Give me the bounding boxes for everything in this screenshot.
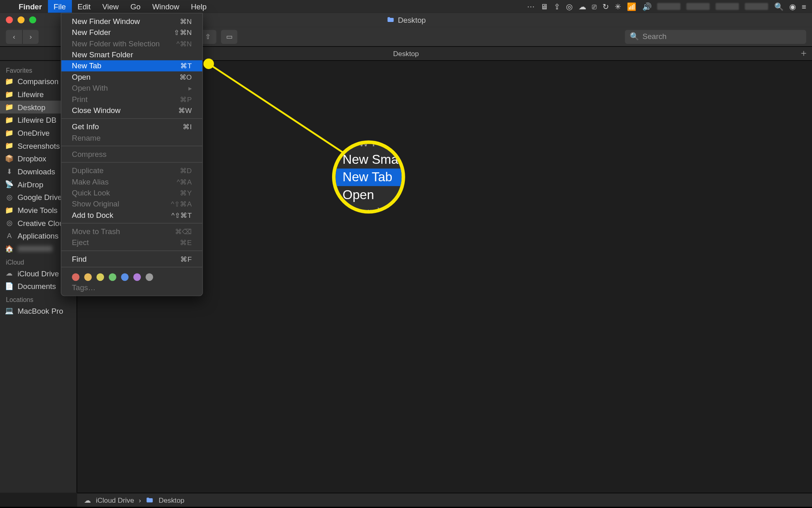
menu-item-label: New Finder Window (72, 17, 140, 26)
menu-item-label: Open With (72, 84, 108, 93)
pathbar[interactable]: ☁︎ iCloud Drive › Desktop (77, 493, 812, 507)
menu-item-close-window[interactable]: Close Window⌘W (61, 105, 202, 116)
menu-item-compress: Compress (61, 149, 202, 160)
menubar-right: ⋯🖥⇪◎☁︎⎚↻✳︎📶🔊🔍◉≡ (527, 2, 812, 11)
menu-item-label: New Folder with Selection (72, 39, 160, 48)
appname[interactable]: Finder (13, 2, 48, 11)
tab-desktop[interactable]: Desktop (393, 50, 419, 58)
sidebar-item-label: Comparison (17, 77, 58, 86)
menu-item-open[interactable]: Open⌘O (61, 72, 202, 82)
sidebar-item-macbook-pro[interactable]: 💻MacBook Pro (0, 304, 77, 317)
tags-button[interactable]: ▭ (221, 30, 237, 44)
menu-item-shortcut: ⌘O (179, 73, 192, 81)
status-icon[interactable]: ↻ (603, 2, 609, 11)
menu-item-new-finder-window[interactable]: New Finder Window⌘N (61, 16, 202, 27)
sidebar-item-icon: 📁 (5, 116, 14, 124)
menu-item-shortcut: ⌘T (180, 62, 192, 70)
traffic-lights[interactable] (0, 16, 36, 23)
menu-edit[interactable]: Edit (72, 0, 97, 13)
sidebar-item-label: AirDrop (17, 180, 43, 189)
menu-item-shortcut: ⇧⌘N (174, 28, 192, 37)
status-icon[interactable]: ✳︎ (615, 2, 621, 11)
status-icon[interactable]: 🖥 (540, 2, 548, 11)
minimize-icon[interactable] (17, 16, 24, 23)
status-icon[interactable]: ⎚ (592, 2, 597, 11)
path-seg-desktop[interactable]: Desktop (159, 496, 184, 504)
sidebar-item-icon: 📦 (5, 154, 14, 163)
menu-item-shortcut: ^⌘N (176, 39, 192, 48)
menu-item-show-original: Show Original^⇧⌘A (61, 198, 202, 209)
menu-item-open-with: Open With▸ (61, 82, 202, 93)
menu-item-label: Rename (72, 133, 101, 142)
callout-anchor-dot (203, 59, 214, 69)
sidebar-item-label: Creative Cloud (17, 219, 68, 228)
menu-go[interactable]: Go (125, 0, 147, 13)
menu-item-eject: Eject⌘E (61, 237, 202, 248)
menu-window[interactable]: Window (147, 0, 185, 13)
status-icon[interactable]: ⇪ (554, 2, 560, 11)
close-icon[interactable] (6, 16, 13, 23)
menu-item-label: Add to Dock (72, 211, 113, 219)
sidebar-item-icon: ◎ (5, 193, 14, 201)
file-menu-dropdown: New Finder Window⌘NNew Folder⇧⌘NNew Fold… (61, 13, 203, 296)
sidebar-item-label: Lifewire DB (17, 115, 56, 124)
menu-item-new-folder[interactable]: New Folder⇧⌘N (61, 27, 202, 38)
folder-icon (146, 496, 154, 504)
back-button[interactable]: ‹ (6, 30, 22, 44)
menu-item-label: New Tab (72, 61, 101, 70)
tag-dot[interactable] (72, 273, 80, 281)
menu-item-move-to-trash: Move to Trash⌘⌫ (61, 226, 202, 237)
menu-view[interactable]: View (97, 0, 125, 13)
status-icon[interactable]: ◉ (789, 2, 796, 11)
zoom-icon[interactable] (29, 16, 36, 23)
path-seg-icloud[interactable]: iCloud Drive (96, 496, 134, 504)
redacted-status (745, 3, 769, 10)
sidebar-item-icon: 📡 (5, 180, 14, 188)
new-tab-button[interactable]: ＋ (799, 48, 808, 60)
sidebar-item-icon: ⬇︎ (5, 167, 14, 176)
sidebar-item-icon: 💻 (5, 307, 14, 315)
menu-item-label: Get Info (72, 122, 99, 131)
tag-dot[interactable] (109, 273, 117, 281)
sidebar-item-label: Lifewire (17, 90, 44, 99)
sidebar-item-icon: 📁 (5, 129, 14, 137)
status-icon[interactable]: 🔍 (774, 2, 784, 11)
tag-dot[interactable] (97, 273, 104, 281)
sidebar-item-icon: 📁 (5, 206, 14, 214)
menu-help[interactable]: Help (185, 0, 212, 13)
tag-dot[interactable] (133, 273, 141, 281)
menu-item-quick-look: Quick Look⌘Y (61, 187, 202, 198)
menu-file[interactable]: File (48, 0, 72, 13)
menu-item-add-to-dock[interactable]: Add to Dock^⇧⌘T (61, 209, 202, 220)
search-placeholder: Search (642, 32, 666, 41)
sidebar-item-icon: 📄 (5, 282, 14, 290)
redacted-status (657, 3, 681, 10)
status-icon[interactable]: 🔊 (642, 2, 652, 11)
menu-item-shortcut: ▸ (188, 84, 192, 92)
search-input[interactable]: 🔍 Search (625, 30, 806, 44)
menu-item-new-tab[interactable]: New Tab⌘T (61, 60, 202, 71)
menu-item-label: Make Alias (72, 177, 109, 186)
callout-zoom: New FolNew SmarNew TabOpenOpen W (332, 141, 405, 214)
tag-dot[interactable] (146, 273, 153, 281)
status-icon[interactable]: ⋯ (527, 2, 535, 11)
status-icon[interactable]: ≡ (802, 2, 806, 11)
menu-item-duplicate: Duplicate⌘D (61, 165, 202, 176)
menu-item-shortcut: ⌘N (180, 17, 192, 25)
sidebar-item-icon: A (5, 232, 14, 240)
status-icon[interactable]: ◎ (566, 2, 572, 11)
menu-item-label: Move to Trash (72, 227, 120, 236)
sidebar-item-icon: ◎ (5, 219, 14, 227)
tags-row[interactable] (61, 270, 202, 282)
menu-item-get-info[interactable]: Get Info⌘I (61, 121, 202, 132)
menu-item-new-smart-folder[interactable]: New Smart Folder (61, 49, 202, 60)
redacted-status (687, 3, 710, 10)
status-icon[interactable]: 📶 (627, 2, 636, 11)
tag-dot[interactable] (121, 273, 129, 281)
menu-item-find[interactable]: Find⌘F (61, 253, 202, 264)
forward-button[interactable]: › (22, 30, 39, 44)
menu-item-label: Print (72, 95, 87, 104)
tag-dot[interactable] (84, 273, 92, 281)
status-icon[interactable]: ☁︎ (579, 2, 586, 11)
menu-item-print: Print⌘P (61, 93, 202, 104)
